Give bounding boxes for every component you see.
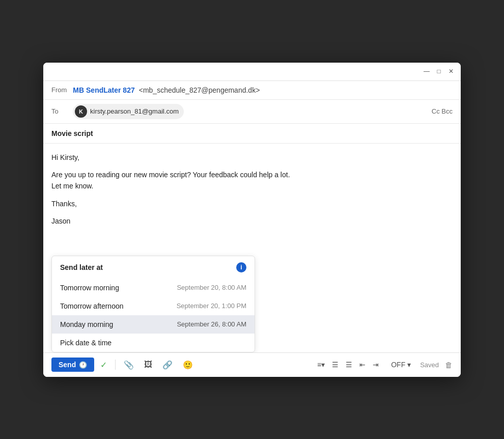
cc-bcc-button[interactable]: Cc Bcc — [432, 107, 453, 115]
clock-icon: 🕐 — [79, 361, 87, 369]
schedule-time: September 20, 1:00 PM — [177, 302, 246, 310]
schedule-option-pick-date[interactable]: Pick date & time — [52, 334, 255, 352]
send-later-title: Send later at — [60, 263, 103, 271]
schedule-label: Monday morning — [60, 320, 113, 328]
schedule-label: Tomorrow afternoon — [60, 302, 124, 310]
indent-in-button[interactable]: ⇥ — [370, 359, 382, 371]
attach-file-button[interactable]: 📎 — [120, 357, 138, 373]
check-icon: ✓ — [100, 361, 107, 369]
off-label: OFF ▾ — [391, 361, 411, 369]
info-icon[interactable]: i — [236, 262, 246, 272]
email-body[interactable]: Hi Kirsty, Are you up to reading our new… — [43, 144, 461, 256]
insert-emoji-button[interactable]: 🙂 — [179, 357, 197, 373]
link-icon: 🔗 — [162, 360, 173, 370]
align-button[interactable]: ≡▾ — [314, 359, 328, 371]
schedule-label: Pick date & time — [60, 339, 111, 347]
check-button[interactable]: ✓ — [96, 357, 111, 373]
formatting-buttons: ≡▾ ☰ ☰ ⇤ ⇥ — [314, 359, 382, 371]
sender-email: <mb_schedule_827@pengemand.dk> — [139, 86, 260, 94]
indent-in-icon: ⇥ — [373, 361, 379, 369]
recipient-avatar: K — [75, 105, 87, 118]
compose-window: — □ ✕ From MB SendLater 827 <mb_schedule… — [43, 63, 461, 377]
schedule-label: Tomorrow morning — [60, 284, 119, 292]
send-later-header: Send later at i — [52, 256, 255, 279]
schedule-option-monday-morning[interactable]: Monday morning September 26, 8:00 AM — [52, 315, 255, 334]
recipient-email: kirsty.pearson_81@gmail.com — [90, 107, 179, 115]
body-greeting: Hi Kirsty, — [51, 152, 453, 163]
schedule-time: September 26, 8:00 AM — [177, 320, 246, 328]
saved-label: Saved — [420, 361, 439, 369]
title-bar: — □ ✕ — [43, 63, 461, 81]
recipient-badge: K kirsty.pearson_81@gmail.com — [73, 104, 184, 119]
off-toggle[interactable]: OFF ▾ — [388, 359, 414, 371]
subject-row: Movie script — [43, 124, 461, 144]
emoji-icon: 🙂 — [183, 360, 193, 370]
image-icon: 🖼 — [144, 360, 152, 369]
insert-image-button[interactable]: 🖼 — [140, 357, 156, 372]
ordered-list-button[interactable]: ☰ — [343, 359, 355, 371]
trash-icon: 🗑 — [445, 361, 453, 369]
toolbar: Send 🕐 ✓ 📎 🖼 🔗 🙂 ≡▾ ☰ — [43, 352, 461, 377]
subject-text: Movie script — [51, 129, 93, 138]
ordered-list-icon: ☰ — [346, 361, 352, 369]
schedule-option-tomorrow-afternoon[interactable]: Tomorrow afternoon September 20, 1:00 PM — [52, 297, 255, 315]
from-label: From — [51, 86, 67, 94]
to-label: To — [51, 107, 67, 115]
sender-name: MB SendLater 827 — [73, 86, 134, 94]
send-button[interactable]: Send 🕐 — [51, 358, 94, 372]
bullet-list-button[interactable]: ☰ — [329, 359, 342, 371]
align-icon: ≡▾ — [317, 361, 325, 369]
toolbar-divider — [115, 360, 116, 370]
insert-link-button[interactable]: 🔗 — [158, 357, 177, 373]
indent-out-icon: ⇤ — [359, 361, 366, 369]
body-closing: Thanks, — [51, 198, 453, 209]
toolbar-right: ≡▾ ☰ ☰ ⇤ ⇥ OFF ▾ Saved 🗑 — [314, 359, 453, 371]
maximize-button[interactable]: □ — [435, 68, 442, 75]
bullet-list-icon: ☰ — [332, 361, 339, 369]
send-label: Send — [59, 361, 76, 369]
delete-button[interactable]: 🗑 — [445, 361, 453, 369]
to-row: To K kirsty.pearson_81@gmail.com Cc Bcc — [43, 100, 461, 124]
indent-out-button[interactable]: ⇤ — [356, 359, 369, 371]
window-controls: — □ ✕ — [423, 68, 455, 75]
close-button[interactable]: ✕ — [447, 68, 455, 75]
paperclip-icon: 📎 — [124, 360, 134, 370]
body-signature: Jason — [51, 215, 453, 227]
schedule-option-tomorrow-morning[interactable]: Tomorrow morning September 20, 8:00 AM — [52, 279, 255, 297]
minimize-button[interactable]: — — [423, 68, 430, 75]
from-row: From MB SendLater 827 <mb_schedule_827@p… — [43, 81, 461, 100]
body-paragraph1: Are you up to reading our new movie scri… — [51, 169, 453, 192]
schedule-time: September 20, 8:00 AM — [177, 284, 246, 291]
send-later-popup: Send later at i Tomorrow morning Septemb… — [51, 256, 255, 352]
sender-info: MB SendLater 827 <mb_schedule_827@pengem… — [73, 86, 260, 94]
